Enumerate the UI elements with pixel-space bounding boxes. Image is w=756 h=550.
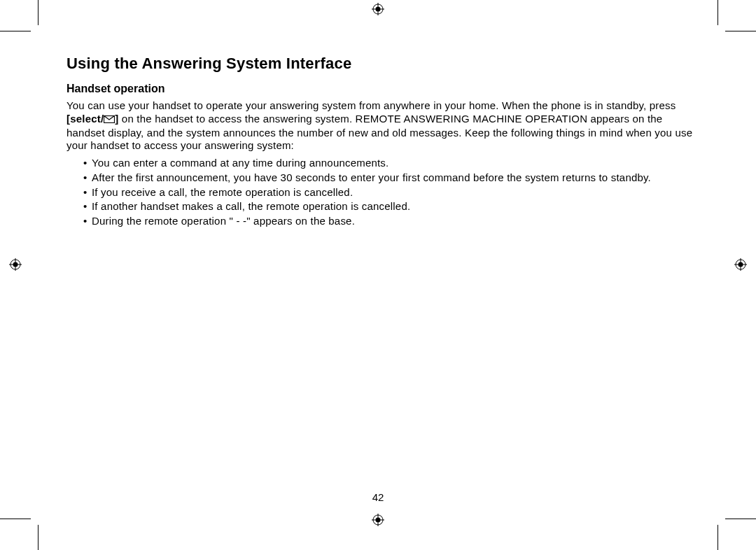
- registration-mark-right: [734, 258, 747, 271]
- registration-mark-bottom: [372, 514, 384, 526]
- envelope-icon: [104, 113, 115, 127]
- crop-mark: [725, 31, 756, 31]
- list-item: After the first announcement, you have 3…: [83, 171, 696, 185]
- list-item: If another handset makes a call, the rem…: [83, 200, 696, 213]
- registration-mark-left: [9, 258, 22, 271]
- crop-mark: [38, 525, 38, 550]
- para-text-after: on the handset to access the answering s…: [66, 113, 692, 152]
- page-number: 42: [0, 491, 756, 503]
- crop-mark: [0, 519, 31, 519]
- section-title: Using the Answering System Interface: [66, 55, 696, 73]
- list-item: If you receive a call, the remote operat…: [83, 186, 696, 199]
- crop-mark: [718, 0, 718, 25]
- crop-mark: [718, 525, 718, 550]
- crop-mark: [725, 519, 756, 519]
- intro-paragraph: You can use your handset to operate your…: [66, 99, 696, 153]
- select-key-prefix: [select/: [66, 113, 104, 125]
- list-item: During the remote operation " - -" appea…: [83, 215, 696, 228]
- select-key-label: [select/]: [66, 113, 119, 125]
- bullet-list: You can enter a command at any time duri…: [66, 157, 696, 228]
- crop-mark: [0, 31, 31, 31]
- para-text-before: You can use your handset to operate your…: [66, 99, 676, 111]
- subsection-title: Handset operation: [66, 83, 696, 95]
- page-content: Using the Answering System Interface Han…: [66, 55, 696, 230]
- crop-mark: [38, 0, 38, 25]
- registration-mark-top: [372, 3, 384, 15]
- list-item: You can enter a command at any time duri…: [83, 157, 696, 170]
